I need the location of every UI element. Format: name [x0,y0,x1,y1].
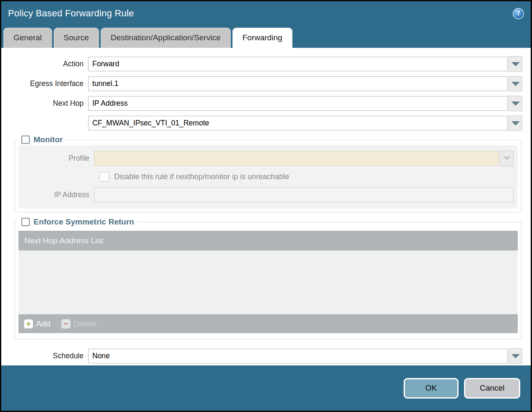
action-select[interactable] [88,57,508,71]
action-fieldwrap [88,56,522,72]
plus-icon: + [24,319,33,329]
enforce-symmetric-return-title: Enforce Symmetric Return [34,217,134,227]
help-icon[interactable]: ? [513,8,524,19]
add-button-label: Add [36,319,50,329]
monitor-legend: Monitor [18,135,66,144]
tab-destination-application-service[interactable]: Destination/Application/Service [101,28,231,48]
next-hop-row: Next Hop [8,96,522,111]
action-row: Action [8,56,522,72]
disable-rule-label: Disable this rule if nexthop/monitor ip … [114,172,289,181]
action-dropdown-button[interactable] [509,56,522,72]
monitor-profile-fieldwrap [94,151,514,166]
delete-button-label: Delete [73,319,96,329]
monitor-ip-address-row: IP Address [18,188,514,202]
egress-interface-row: Egress Interface [8,76,522,91]
dialog-title: Policy Based Forwarding Rule [8,8,134,19]
enforce-symmetric-return-legend: Enforce Symmetric Return [18,217,137,227]
schedule-label: Schedule [8,352,88,360]
chevron-down-icon [511,82,520,86]
action-label: Action [8,60,88,68]
pbf-rule-dialog: Policy Based Forwarding Rule ? General S… [1,1,531,411]
next-hop-address-input[interactable] [88,116,508,130]
tab-general[interactable]: General [3,28,52,48]
delete-button: − Delete [61,319,96,329]
minus-icon: − [61,319,70,329]
next-hop-address-list-table: Next Hop Address List + Add − Delete [18,231,518,333]
schedule-select[interactable] [88,349,508,363]
monitor-disable-rule-row: Disable this rule if nexthop/monitor ip … [99,172,514,182]
chevron-down-icon [511,121,520,125]
chevron-down-icon [511,102,520,106]
monitor-ip-address-label: IP Address [18,190,94,199]
egress-interface-label: Egress Interface [8,79,88,88]
monitor-ip-address-input [94,188,514,202]
chevron-down-icon [511,354,520,358]
chevron-down-icon [503,156,511,161]
monitor-profile-label: Profile [18,154,94,163]
next-hop-fieldwrap [88,96,522,111]
next-hop-address-list-header: Next Hop Address List [18,231,518,250]
egress-interface-dropdown-button[interactable] [509,76,522,91]
monitor-profile-dropdown-button [500,151,514,166]
enforce-symmetric-return-checkbox[interactable] [21,218,30,226]
next-hop-address-dropdown-button[interactable] [509,115,522,131]
tab-bar: General Source Destination/Application/S… [1,26,531,48]
enforce-symmetric-return-section: Enforce Symmetric Return Next Hop Addres… [15,217,522,339]
next-hop-address-list-toolbar: + Add − Delete [18,314,518,333]
monitor-profile-select [94,151,499,166]
monitor-body: Profile Disable this rule if nexthop/mon… [18,145,518,209]
tab-content-forwarding: Action Egress Interface [1,48,531,365]
ok-button[interactable]: OK [404,378,459,399]
next-hop-type-select[interactable] [88,96,508,111]
disable-rule-checkbox [99,172,109,182]
tab-forwarding[interactable]: Forwarding [232,28,292,48]
monitor-profile-row: Profile [18,151,514,166]
monitor-title: Monitor [34,135,63,144]
monitor-ip-address-fieldwrap [94,188,514,202]
dialog-footer: OK Cancel [1,365,531,411]
schedule-fieldwrap [88,348,522,364]
monitor-checkbox[interactable] [21,136,30,144]
egress-interface-fieldwrap [88,76,522,91]
schedule-dropdown-button[interactable] [509,348,522,364]
tab-source[interactable]: Source [54,28,99,48]
next-hop-address-list-body[interactable] [18,250,518,314]
next-hop-label: Next Hop [8,99,88,108]
add-button[interactable]: + Add [24,319,50,329]
cancel-button[interactable]: Cancel [464,378,520,399]
next-hop-dropdown-button[interactable] [509,96,522,111]
chevron-down-icon [511,62,520,66]
next-hop-address-row [8,115,522,131]
screen-frame: Policy Based Forwarding Rule ? General S… [0,0,532,412]
egress-interface-select[interactable] [88,76,508,91]
dialog-titlebar: Policy Based Forwarding Rule ? [1,1,531,26]
schedule-row: Schedule [8,348,522,364]
monitor-section: Monitor Profile Disable [15,135,522,212]
next-hop-address-fieldwrap [88,115,522,131]
